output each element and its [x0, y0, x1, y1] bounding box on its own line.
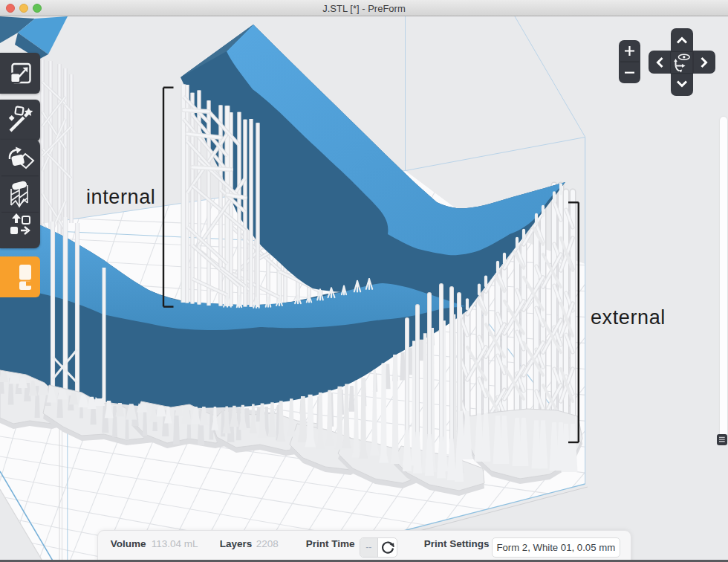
svg-text:external: external [591, 306, 666, 329]
svg-text:internal: internal [86, 186, 155, 208]
